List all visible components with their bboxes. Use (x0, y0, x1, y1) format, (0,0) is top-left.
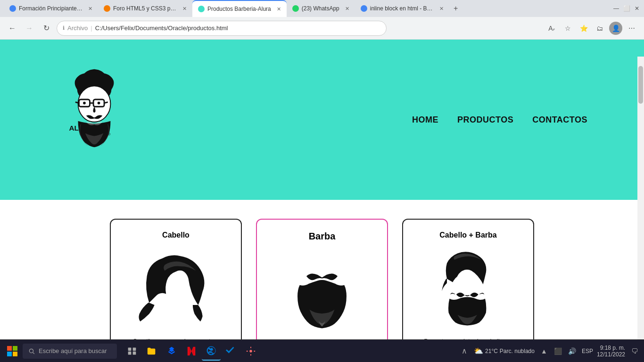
vertical-scrollbar[interactable] (637, 57, 644, 339)
tab-close-formacion[interactable]: ✕ (88, 6, 92, 12)
svg-point-26 (249, 350, 252, 353)
svg-marker-25 (190, 346, 193, 355)
taskbar-edge[interactable] (202, 342, 221, 361)
taskbar-pinned-items (123, 342, 260, 361)
card-cabello-barba-title: Cabello + Barba (439, 231, 496, 239)
url-bar[interactable]: ℹ Archivo | C:/Users/Felix/Documents/Ora… (57, 21, 387, 36)
url-separator: | (91, 25, 92, 32)
tab-label: Productos Barberia-Alura (207, 6, 271, 12)
tray-icon-2[interactable]: ⬛ (553, 346, 564, 357)
nav-productos[interactable]: PRODUCTOS (457, 115, 513, 125)
taskbar-search-bar[interactable]: Escribe aquí para buscar (23, 344, 117, 359)
taskbar-clock: 9:18 p. m. 12/11/2022 (597, 345, 625, 358)
card-cabello-barba-desc: Paquete completo de cabello y... (424, 337, 512, 339)
tab-google[interactable]: inline block en html - Buscar... ✕ (355, 0, 449, 17)
add-to-collection-button[interactable]: ☆ (561, 22, 574, 35)
svg-rect-23 (188, 346, 190, 355)
collections-button[interactable]: 🗂 (593, 22, 606, 35)
close-window-button[interactable]: ✕ (634, 5, 640, 12)
svg-point-17 (29, 349, 33, 353)
tab-favicon (292, 5, 299, 12)
tab-close-foro[interactable]: ✕ (182, 6, 187, 12)
card-cabello-desc: Con tijeras o maquina a custa... (133, 337, 219, 339)
page-content: ALURA ESTD 2020 HOME PRODUCTOS (0, 40, 644, 339)
cards-section: Cabello (0, 200, 644, 339)
logo-svg: ALURA ESTD 2020 (57, 68, 132, 172)
weather-temp: 21°C (485, 348, 498, 354)
main-navigation: HOME PRODUCTOS CONTACTOS (412, 115, 587, 125)
start-button[interactable] (4, 343, 21, 360)
taskbar-weather: ⛅ 21°C Parc. nublado (474, 346, 535, 355)
tab-favicon (198, 6, 205, 12)
tab-label: (23) WhatsApp (302, 5, 339, 12)
nav-home[interactable]: HOME (412, 115, 438, 125)
language-indicator: ESP (582, 348, 593, 354)
tab-label: Foro HTML5 y CSS3 parte 2: F... (113, 5, 177, 12)
brand-logo: ALURA ESTD 2020 (57, 68, 132, 172)
tab-favicon (361, 5, 367, 12)
notifications-button[interactable]: 🗨 (629, 346, 640, 357)
minimize-button[interactable]: — (613, 5, 619, 12)
tab-productos[interactable]: Productos Barberia-Alura ✕ (192, 0, 287, 17)
taskbar-vscode[interactable] (222, 342, 240, 361)
window-controls: — ⬜ ✕ (613, 5, 640, 12)
url-lock-icon: ℹ (63, 25, 65, 31)
taskbar-search-placeholder: Escribe aquí para buscar (39, 347, 107, 354)
svg-rect-14 (13, 346, 17, 351)
reader-mode-button[interactable]: Aᵣ (545, 22, 558, 35)
address-bar: ← → ↻ ℹ Archivo | C:/Users/Felix/Documen… (0, 17, 644, 40)
tab-whatsapp[interactable]: (23) WhatsApp ✕ (287, 0, 355, 17)
svg-rect-24 (193, 346, 196, 355)
card-cabello-title: Cabello (162, 231, 190, 239)
url-path: C:/Users/Felix/Documents/Oracle/producto… (95, 25, 228, 32)
settings-button[interactable]: ⋯ (625, 22, 638, 35)
svg-rect-21 (128, 351, 132, 354)
taskbar-file-explorer[interactable] (142, 342, 161, 361)
tab-close-whatsapp[interactable]: ✕ (345, 6, 349, 12)
svg-rect-15 (7, 352, 12, 356)
svg-point-1 (78, 86, 111, 122)
new-tab-button[interactable]: + (449, 2, 462, 15)
taskbar-dropbox[interactable] (162, 342, 181, 361)
back-button[interactable]: ← (6, 22, 19, 35)
tab-close-google[interactable]: ✕ (439, 6, 444, 12)
taskbar-netflix[interactable] (182, 342, 201, 361)
volume-icon[interactable]: 🔊 (567, 346, 578, 357)
svg-line-18 (33, 352, 34, 354)
weather-desc: Parc. nublado (500, 348, 535, 354)
taskbar-system-tray: ∧ ⛅ 21°C Parc. nublado ▲ ⬛ 🔊 ESP 9:18 p.… (459, 345, 640, 358)
tray-icon-1[interactable]: ▲ (538, 346, 550, 357)
tab-close-productos[interactable]: ✕ (277, 6, 281, 12)
taskbar: Escribe aquí para buscar (0, 339, 644, 362)
hero-header: ALURA ESTD 2020 HOME PRODUCTOS (0, 40, 644, 200)
favorites-button[interactable]: ⭐ (577, 22, 590, 35)
tab-formacion[interactable]: Formación Principiante en Pr... ✕ (4, 0, 98, 17)
taskbar-paint[interactable] (241, 342, 260, 361)
card-cabello-barba[interactable]: Cabello + Barba (402, 219, 534, 339)
svg-rect-19 (128, 347, 132, 351)
system-tray-expand[interactable]: ∧ (459, 346, 470, 357)
title-bar: Formación Principiante en Pr... ✕ Foro H… (0, 0, 644, 17)
card-cabello-barba-image (426, 247, 511, 332)
svg-rect-16 (13, 352, 17, 356)
tab-foro[interactable]: Foro HTML5 y CSS3 parte 2: F... ✕ (98, 0, 192, 17)
taskbar-date: 12/11/2022 (597, 351, 625, 358)
url-protocol: Archivo (67, 25, 88, 32)
tab-favicon (9, 5, 16, 12)
address-bar-right: Aᵣ ☆ ⭐ 🗂 👤 ⋯ (545, 22, 638, 35)
reload-button[interactable]: ↻ (40, 22, 53, 35)
nav-contactos[interactable]: CONTACTOS (532, 115, 587, 125)
svg-point-8 (98, 102, 100, 105)
tab-label: Formación Principiante en Pr... (19, 5, 83, 12)
maximize-button[interactable]: ⬜ (623, 5, 630, 12)
card-barba-image (280, 249, 364, 334)
taskbar-task-view[interactable] (123, 342, 141, 361)
card-barba[interactable]: Barba (256, 219, 388, 339)
scrollbar-thumb[interactable] (638, 66, 643, 104)
svg-rect-20 (133, 347, 136, 351)
tab-favicon (104, 5, 110, 12)
profile-button[interactable]: 👤 (609, 22, 622, 35)
forward-button[interactable]: → (23, 22, 36, 35)
card-cabello[interactable]: Cabello (110, 219, 242, 339)
card-barba-title: Barba (309, 231, 336, 242)
